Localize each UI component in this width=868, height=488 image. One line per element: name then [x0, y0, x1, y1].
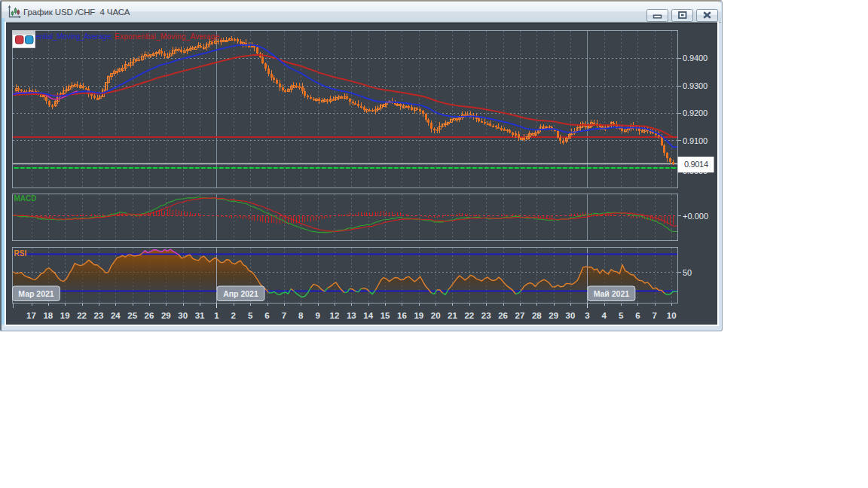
svg-text:18: 18: [43, 311, 53, 320]
svg-text:6: 6: [635, 311, 640, 320]
svg-text:10: 10: [667, 311, 677, 320]
svg-text:23: 23: [481, 311, 491, 320]
svg-text:15: 15: [381, 311, 390, 320]
svg-text:17: 17: [26, 311, 36, 320]
svg-text:5: 5: [619, 311, 624, 320]
svg-text:0.9100: 0.9100: [683, 136, 708, 145]
svg-text:5: 5: [248, 311, 253, 320]
svg-text:16: 16: [397, 311, 407, 320]
svg-text:RSI: RSI: [14, 249, 27, 258]
svg-text:9: 9: [315, 311, 319, 320]
svg-text:0.9400: 0.9400: [683, 53, 708, 63]
svg-text:7: 7: [653, 311, 657, 320]
svg-text:29: 29: [549, 311, 558, 320]
svg-text:29: 29: [161, 311, 171, 320]
svg-text:28: 28: [532, 311, 542, 320]
svg-text:8: 8: [298, 311, 304, 320]
svg-text:3: 3: [585, 311, 589, 320]
svg-text:0.9014: 0.9014: [684, 160, 708, 169]
svg-text:1: 1: [214, 311, 219, 320]
svg-text:Exponential_Moving_Average,: Exponential_Moving_Average,: [115, 32, 222, 41]
svg-text:Май 2021: Май 2021: [594, 289, 630, 298]
svg-text:30: 30: [178, 311, 188, 320]
svg-text:ential_Moving_Average;: ential_Moving_Average;: [36, 32, 113, 41]
svg-text:2: 2: [231, 311, 236, 320]
svg-text:20: 20: [431, 311, 441, 320]
svg-text:14: 14: [363, 311, 373, 320]
svg-text:Мар 2021: Мар 2021: [18, 289, 54, 298]
svg-text:0.9200: 0.9200: [683, 108, 708, 117]
svg-text:22: 22: [77, 311, 87, 320]
svg-text:21: 21: [448, 311, 457, 320]
svg-text:23: 23: [94, 311, 104, 320]
svg-text:0.9300: 0.9300: [683, 81, 708, 90]
svg-text:50: 50: [683, 268, 692, 277]
svg-text:26: 26: [498, 311, 508, 320]
svg-text:27: 27: [515, 311, 525, 320]
svg-text:26: 26: [145, 311, 154, 320]
svg-text:7: 7: [282, 311, 286, 320]
svg-text:6: 6: [264, 311, 269, 320]
svg-text:MACD: MACD: [14, 194, 37, 203]
svg-text:+0.000: +0.000: [683, 212, 708, 221]
svg-text:12: 12: [330, 311, 340, 320]
svg-text:13: 13: [347, 311, 356, 320]
svg-text:19: 19: [414, 311, 423, 320]
svg-text:31: 31: [195, 311, 205, 320]
svg-text:4: 4: [602, 311, 607, 320]
svg-text:22: 22: [464, 311, 474, 320]
svg-text:19: 19: [60, 311, 70, 320]
svg-text:30: 30: [566, 311, 576, 320]
svg-text:25: 25: [127, 311, 137, 320]
svg-text:24: 24: [111, 311, 121, 320]
svg-text:Апр 2021: Апр 2021: [223, 289, 258, 298]
